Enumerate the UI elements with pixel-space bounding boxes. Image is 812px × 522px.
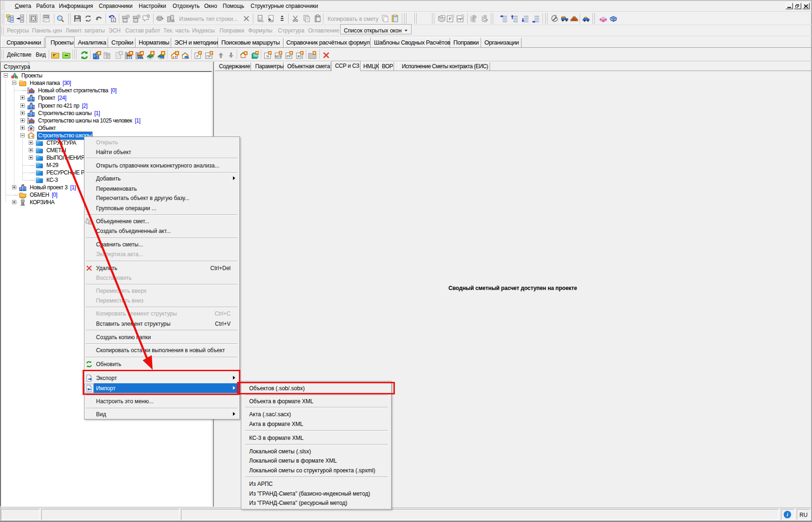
svg-text:ПР: ПР — [206, 54, 211, 58]
svg-text:РР: РР — [287, 55, 291, 58]
svg-text:P: P — [449, 17, 451, 21]
svg-text:ФЗ: ФЗ — [297, 55, 302, 58]
svg-text:ПР: ПР — [458, 17, 463, 21]
svg-text:PDF: PDF — [44, 15, 49, 18]
svg-text:%: % — [266, 55, 269, 58]
svg-text:%o: %o — [253, 54, 258, 57]
svg-text:Р: Р — [196, 54, 199, 58]
svg-text:М29: М29 — [275, 55, 281, 58]
